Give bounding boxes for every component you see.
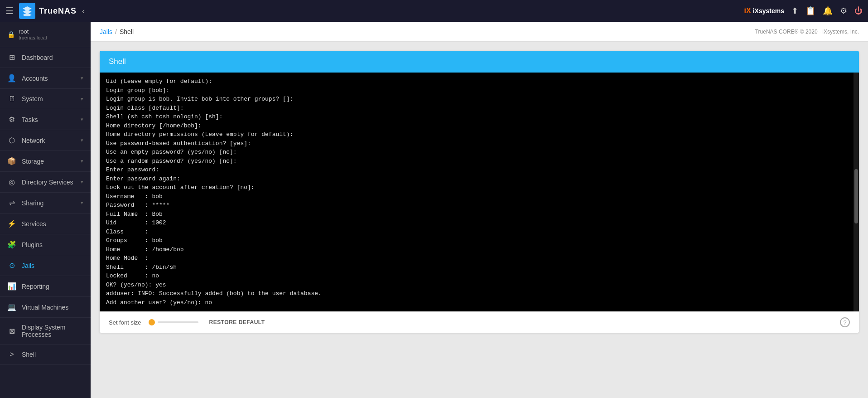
main-layout: 🔒 root truenas.local ⊞ Dashboard 👤 Accou… bbox=[0, 22, 868, 398]
dashboard-icon: ⊞ bbox=[7, 53, 16, 62]
font-size-dot bbox=[149, 319, 155, 325]
power-icon[interactable]: ⏻ bbox=[854, 6, 863, 16]
terminal-area[interactable]: Uid (Leave empty for default): Login gro… bbox=[100, 73, 859, 311]
bell-icon[interactable]: 🔔 bbox=[823, 6, 833, 16]
sharing-icon: ⇌ bbox=[7, 199, 16, 207]
storage-icon: 📦 bbox=[7, 157, 16, 165]
topbar-left: ☰ TrueNAS ‹ bbox=[5, 3, 85, 19]
reporting-icon: 📊 bbox=[7, 282, 16, 291]
sidebar-item-virtual-machines[interactable]: 💻 Virtual Machines bbox=[0, 297, 91, 318]
sidebar: 🔒 root truenas.local ⊞ Dashboard 👤 Accou… bbox=[0, 22, 91, 398]
sidebar-item-reporting[interactable]: 📊 Reporting bbox=[0, 276, 91, 297]
arrow-down-icon: ▾ bbox=[81, 200, 83, 206]
sidebar-item-label: Directory Services bbox=[22, 179, 75, 186]
arrow-down-icon: ▾ bbox=[81, 96, 83, 102]
vm-icon: 💻 bbox=[7, 303, 16, 311]
sidebar-item-shell[interactable]: > Shell bbox=[0, 345, 91, 365]
sidebar-item-label: Reporting bbox=[22, 283, 83, 290]
arrow-down-icon: ▾ bbox=[81, 137, 83, 143]
content-area: Jails / Shell TrueNAS CORE® © 2020 - iXs… bbox=[91, 22, 868, 398]
font-size-label: Set font size bbox=[109, 319, 141, 326]
sidebar-item-label: Services bbox=[22, 220, 83, 228]
shell-footer: Set font size RESTORE DEFAULT ? bbox=[100, 311, 859, 333]
sidebar-item-label: Virtual Machines bbox=[22, 304, 83, 311]
arrow-down-icon: ▾ bbox=[81, 179, 83, 185]
sidebar-item-plugins[interactable]: 🧩 Plugins bbox=[0, 234, 91, 255]
sidebar-username: root bbox=[19, 28, 47, 35]
sidebar-item-label: System bbox=[22, 95, 75, 102]
sidebar-item-dashboard[interactable]: ⊞ Dashboard bbox=[0, 47, 91, 68]
font-size-slider[interactable] bbox=[158, 321, 198, 323]
sidebar-item-label: Dashboard bbox=[22, 54, 83, 61]
sidebar-item-label: Plugins bbox=[22, 241, 83, 248]
sidebar-item-label: Storage bbox=[22, 158, 75, 165]
settings-icon[interactable]: ⚙ bbox=[840, 6, 847, 16]
plugins-icon: 🧩 bbox=[7, 240, 16, 249]
topbar: ☰ TrueNAS ‹ iX iXsystems ⬆ 📋 🔔 ⚙ ⏻ bbox=[0, 0, 868, 22]
page-content: Shell Uid (Leave empty for default): Log… bbox=[91, 42, 868, 398]
terminal-output: Uid (Leave empty for default): Login gro… bbox=[106, 77, 853, 307]
breadcrumb-separator: / bbox=[115, 28, 117, 35]
arrow-down-icon: ▾ bbox=[81, 116, 83, 122]
clipboard-icon[interactable]: 📋 bbox=[805, 6, 815, 16]
sidebar-item-accounts[interactable]: 👤 Accounts ▾ bbox=[0, 68, 91, 89]
shell-title: Shell bbox=[109, 57, 126, 66]
breadcrumb: Jails / Shell bbox=[100, 28, 134, 35]
sidebar-item-label: Network bbox=[22, 137, 75, 144]
breadcrumb-current: Shell bbox=[120, 28, 134, 35]
arrow-down-icon: ▾ bbox=[81, 75, 83, 81]
sidebar-item-storage[interactable]: 📦 Storage ▾ bbox=[0, 151, 91, 172]
hamburger-icon[interactable]: ☰ bbox=[5, 5, 14, 16]
sidebar-item-label: Accounts bbox=[22, 75, 75, 82]
breadcrumb-parent[interactable]: Jails bbox=[100, 28, 112, 35]
sidebar-item-label: Tasks bbox=[22, 116, 75, 123]
ixsystems-logo: iX iXsystems bbox=[744, 7, 784, 15]
jails-icon: ⊙ bbox=[7, 261, 16, 270]
restore-default-button[interactable]: RESTORE DEFAULT bbox=[206, 317, 269, 327]
sidebar-item-services[interactable]: ⚡ Services bbox=[0, 214, 91, 234]
tasks-icon: ⚙ bbox=[7, 115, 16, 124]
sidebar-item-network[interactable]: ⬡ Network ▾ bbox=[0, 130, 91, 151]
font-size-slider-container bbox=[149, 319, 198, 325]
logo-text: TrueNAS bbox=[39, 6, 77, 16]
breadcrumb-bar: Jails / Shell TrueNAS CORE® © 2020 - iXs… bbox=[91, 22, 868, 42]
topbar-right: iX iXsystems ⬆ 📋 🔔 ⚙ ⏻ bbox=[744, 6, 863, 16]
logo-area: TrueNAS bbox=[19, 3, 77, 19]
accounts-icon: 👤 bbox=[7, 74, 16, 83]
processes-icon: ⊠ bbox=[7, 327, 16, 335]
sidebar-item-display-system-processes[interactable]: ⊠ Display System Processes bbox=[0, 318, 91, 345]
sidebar-item-tasks[interactable]: ⚙ Tasks ▾ bbox=[0, 109, 91, 130]
sidebar-item-label: Sharing bbox=[22, 199, 75, 207]
alert-icon[interactable]: ⬆ bbox=[791, 6, 798, 16]
back-icon[interactable]: ‹ bbox=[82, 6, 85, 16]
sidebar-item-label: Display System Processes bbox=[22, 324, 83, 338]
sidebar-user: 🔒 root truenas.local bbox=[0, 22, 91, 47]
sidebar-item-system[interactable]: 🖥 System ▾ bbox=[0, 89, 91, 109]
sidebar-item-jails[interactable]: ⊙ Jails bbox=[0, 255, 91, 276]
sidebar-item-directory-services[interactable]: ◎ Directory Services ▾ bbox=[0, 172, 91, 193]
shell-card-header: Shell bbox=[100, 51, 859, 73]
network-icon: ⬡ bbox=[7, 136, 16, 145]
shell-icon: > bbox=[7, 350, 16, 359]
copyright-text: TrueNAS CORE® © 2020 - iXsystems, Inc. bbox=[755, 29, 859, 35]
system-icon: 🖥 bbox=[7, 95, 16, 103]
sidebar-item-label: Jails bbox=[22, 262, 83, 269]
terminal-scrollbar[interactable] bbox=[854, 73, 859, 311]
directory-icon: ◎ bbox=[7, 178, 16, 186]
services-icon: ⚡ bbox=[7, 219, 16, 228]
user-lock-icon: 🔒 bbox=[7, 31, 15, 38]
shell-card: Shell Uid (Leave empty for default): Log… bbox=[100, 51, 859, 333]
arrow-down-icon: ▾ bbox=[81, 158, 83, 164]
sidebar-item-label: Shell bbox=[22, 351, 83, 358]
truenas-logo-icon bbox=[19, 3, 35, 19]
scrollbar-thumb[interactable] bbox=[854, 169, 858, 223]
sidebar-hostname: truenas.local bbox=[19, 35, 47, 40]
help-icon[interactable]: ? bbox=[840, 317, 850, 327]
sidebar-item-sharing[interactable]: ⇌ Sharing ▾ bbox=[0, 193, 91, 214]
